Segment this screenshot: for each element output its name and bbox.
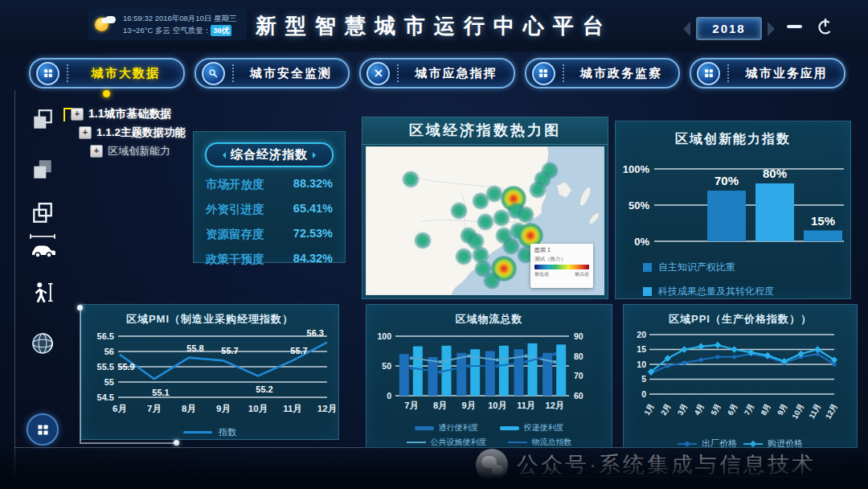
svg-text:56.3: 56.3 — [307, 328, 324, 338]
metric-value: 84.32% — [293, 252, 333, 267]
svg-text:9月: 9月 — [216, 404, 231, 413]
china-map-canvas[interactable]: 图层 1 测试（热力） 最低值 最高值 — [366, 146, 604, 295]
svg-text:3月: 3月 — [676, 402, 690, 417]
ppi-line-chart: 201510501月2月3月4月5月6月7月8月9月10月11月12月 — [624, 327, 857, 438]
layers-stack-icon[interactable] — [27, 108, 59, 135]
car-measure-icon[interactable] — [27, 233, 59, 262]
tab-城市应急指挥[interactable]: 城市应急指挥 — [359, 58, 515, 88]
svg-text:80%: 80% — [763, 166, 787, 180]
metric-row: 资源留存度72.53% — [194, 227, 345, 242]
svg-text:11月: 11月 — [517, 401, 535, 410]
expand-plus-icon[interactable]: + — [71, 108, 84, 121]
svg-text:7月: 7月 — [742, 402, 755, 417]
tree-item-1.1城市基础数据[interactable]: +1.1城市基础数据 — [71, 107, 186, 121]
svg-text:6月: 6月 — [113, 404, 127, 413]
legend-layer-label: 图层 1 — [534, 247, 589, 253]
layers-outline-icon[interactable] — [27, 201, 59, 228]
svg-text:100%: 100% — [623, 163, 650, 175]
tools-icon — [366, 62, 390, 85]
apps-icon[interactable] — [27, 413, 59, 446]
layers-copy-icon[interactable] — [27, 158, 59, 185]
expand-plus-icon[interactable]: + — [79, 126, 92, 139]
tab-城市大数据[interactable]: 城市大数据 — [29, 58, 185, 88]
dart-left-icon — [223, 152, 226, 158]
person-measure-icon[interactable] — [27, 281, 59, 307]
legend-swatch — [643, 263, 652, 272]
svg-text:8月: 8月 — [182, 404, 196, 413]
svg-text:50%: 50% — [628, 199, 649, 212]
svg-text:55.8: 55.8 — [186, 343, 203, 353]
pmi-legend: 指数 — [81, 426, 338, 438]
svg-text:56: 56 — [104, 347, 114, 356]
ppi-title: 区域PPI（生产价格指数）） — [624, 305, 857, 327]
heat-blob — [477, 213, 494, 231]
prev-year-arrow[interactable] — [683, 22, 690, 36]
grid-icon — [532, 62, 555, 85]
ppi-panel: 区域PPI（生产价格指数）） 201510501月2月3月4月5月6月7月8月9… — [623, 304, 858, 448]
logistics-title: 区域物流总数 — [366, 305, 612, 327]
page-title: 新型智慧城市运行中心平台 — [256, 12, 612, 40]
legend-min-label: 最低值 — [534, 271, 549, 278]
innovation-title: 区域创新能力指数 — [616, 121, 850, 148]
tab-label: 城市安全监测 — [234, 66, 349, 81]
pmi-panel: 区域PMI（制造业采购经理指数） 56.55655.55554.555.955.… — [80, 304, 339, 440]
date-text: 2016年08月10日 星期三 — [155, 14, 237, 23]
svg-text:55: 55 — [104, 377, 114, 387]
metric-label: 市场开放度 — [206, 177, 264, 192]
metric-value: 65.41% — [293, 202, 333, 217]
power-icon[interactable] — [817, 18, 834, 35]
tree-item-1.1.2主题数据功能[interactable]: +1.1.2主题数据功能 — [79, 125, 186, 140]
svg-text:1月: 1月 — [642, 402, 656, 417]
search-icon — [202, 62, 225, 85]
grid-icon — [36, 62, 59, 85]
svg-text:54.5: 54.5 — [97, 392, 114, 402]
svg-text:55.1: 55.1 — [152, 388, 169, 397]
next-year-arrow[interactable] — [768, 22, 775, 36]
legend-swatch — [643, 287, 652, 296]
left-frame-line — [14, 90, 15, 479]
svg-text:20: 20 — [637, 330, 646, 339]
tree-item-区域创新能力[interactable]: +区域创新能力 — [90, 144, 186, 158]
legend-item-自主知识产权比重: 自主知识产权比重 — [643, 261, 850, 274]
sun-cloud-icon — [95, 16, 116, 34]
svg-text:10月: 10月 — [248, 404, 268, 413]
metric-label: 外资引进度 — [206, 202, 264, 217]
legend-label: 科技成果总量及其转化程度 — [658, 285, 774, 298]
tab-label: 城市大数据 — [68, 66, 183, 81]
svg-text:9月: 9月 — [776, 402, 789, 417]
heatmap-legend-box: 图层 1 测试（热力） 最低值 最高值 — [530, 244, 593, 288]
globe-icon[interactable] — [27, 331, 59, 359]
svg-text:56.5: 56.5 — [97, 331, 114, 341]
tab-城市安全监测[interactable]: 城市安全监测 — [194, 58, 350, 88]
logistics-panel: 区域物流总数 100500908070607月8月9月10月11月12月 通行便… — [366, 304, 612, 448]
legend-label: 通行便利度 — [439, 422, 479, 434]
legend-name-label: 测试（热力） — [534, 256, 589, 262]
svg-text:15: 15 — [637, 344, 646, 354]
pmi-line-chart: 56.55655.55554.555.955.155.855.755.255.7… — [81, 327, 338, 426]
minimize-icon[interactable] — [787, 25, 802, 28]
expand-plus-icon[interactable]: + — [90, 145, 103, 158]
heat-blob — [517, 206, 534, 224]
tree-item-label: 1.1.2主题数据功能 — [96, 125, 186, 140]
svg-text:80: 80 — [574, 351, 583, 361]
heatmap-title: 区域经济指数热力图 — [362, 117, 608, 145]
svg-text:12月: 12月 — [824, 402, 839, 421]
metric-value: 88.32% — [293, 177, 333, 192]
dart-right-icon — [313, 152, 316, 158]
tab-label: 城市政务监察 — [564, 66, 679, 81]
year-value: 2018 — [696, 17, 762, 40]
legend-label: 指数 — [219, 426, 236, 438]
legend-max-label: 最高值 — [575, 271, 589, 278]
tab-bar: 城市大数据城市安全监测城市应急指挥城市政务监察城市业务应用 — [29, 58, 845, 88]
weather-widget: 16:59:32 2016年08月10日 星期三 13~26°C 多云 空气质量… — [88, 9, 247, 40]
tab-城市政务监察[interactable]: 城市政务监察 — [525, 58, 681, 88]
svg-text:7月: 7月 — [404, 401, 418, 410]
heatmap-panel: 区域经济指数热力图 图层 1 测试（热力） — [362, 117, 608, 299]
header-bar: 16:59:32 2016年08月10日 星期三 13~26°C 多云 空气质量… — [0, 0, 868, 51]
svg-text:2月: 2月 — [659, 402, 673, 417]
svg-text:55.7: 55.7 — [290, 346, 307, 355]
svg-text:6月: 6月 — [726, 402, 739, 417]
tab-城市业务应用[interactable]: 城市业务应用 — [690, 58, 845, 88]
svg-text:55.5: 55.5 — [97, 362, 114, 372]
heat-blob — [529, 181, 547, 199]
